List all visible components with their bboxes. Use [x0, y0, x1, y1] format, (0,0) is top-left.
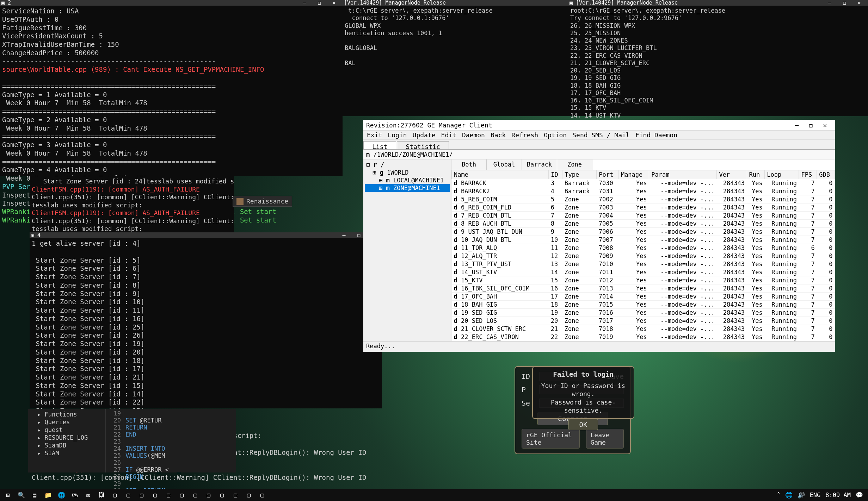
manager-tree[interactable]: ⊞ r /⊞ g 1WORLD⊞ m LOCAL@MACHINE1⊞ m ZON…	[363, 159, 451, 341]
tab-list[interactable]: List	[363, 141, 396, 149]
taskbar-app10-icon[interactable]: ▢	[229, 490, 242, 500]
official-site-button[interactable]: rGE Official Site	[522, 429, 580, 449]
tree-node--[interactable]: ⊞ r /	[365, 161, 450, 169]
col-port[interactable]: Port	[597, 170, 619, 179]
taskbar-app2-icon[interactable]: ▢	[122, 490, 135, 500]
maximize-button[interactable]: ◻	[837, 0, 851, 6]
taskbar-app11-icon[interactable]: ▢	[242, 490, 255, 500]
table-row[interactable]: d 12_ALQ_TTR12Zone7009Yes--mode=dev -...…	[452, 252, 835, 260]
explorer-item[interactable]: ▸ Functions	[31, 411, 103, 418]
leave-game-button[interactable]: Leave Game	[586, 429, 624, 449]
menu-send-sms-mail[interactable]: Send SMS / Mail	[572, 131, 630, 139]
taskbar-app8-icon[interactable]: ▢	[202, 490, 215, 500]
viewbtn-both[interactable]: Both	[451, 159, 487, 170]
ide-code[interactable]: SET @RETURRETURNEND INSERT INTOVALUES(@M…	[123, 409, 236, 472]
viewbtn-global[interactable]: Global	[487, 159, 522, 170]
col-gdb[interactable]: GDB	[817, 170, 835, 179]
error-ok-button[interactable]: OK	[568, 419, 598, 430]
menu-update[interactable]: Update	[413, 131, 436, 139]
tray-language[interactable]: ENG	[810, 491, 821, 499]
menu-back[interactable]: Back	[491, 131, 506, 139]
console2-body[interactable]: t:C:\rGE_server\, exepath:server_release…	[343, 6, 568, 68]
taskbar-app4-icon[interactable]: ▢	[149, 490, 161, 500]
col-loop[interactable]: Loop	[765, 170, 799, 179]
maximize-button[interactable]: ◻	[804, 120, 818, 131]
console4-titlebar[interactable]: ▣ 4 — ◻ ✕	[30, 232, 382, 238]
tray-clock[interactable]: 8:09 AM	[825, 491, 851, 499]
taskbar-start-icon[interactable]: ⊞	[1, 490, 14, 500]
windows-taskbar[interactable]: ⊞🔍▤📁🌐🛍✉🖼▢▢▢▢▢▢▢▢▢▢▢▢ ˄ 🌐 🔊 ENG 8:09 AM 💬	[0, 489, 868, 501]
tab-statistic[interactable]: Statistic	[397, 141, 449, 149]
menu-find-daemon[interactable]: Find Daemon	[635, 131, 677, 139]
console2-titlebar[interactable]: [Ver.140429] ManagerNode_Release	[343, 0, 568, 6]
col-param[interactable]: Param	[649, 170, 717, 179]
manager-grid[interactable]: NameIDTypePortManageParamVerRunLoopFPSGD…	[451, 170, 835, 341]
taskbar-store-icon[interactable]: 🛍	[68, 490, 81, 500]
table-row[interactable]: d 19_SED_GIG19Zone7016Yes--mode=dev -...…	[452, 309, 835, 317]
minimize-button[interactable]: —	[790, 120, 804, 131]
col-id[interactable]: ID	[549, 170, 562, 179]
tree-node-1world[interactable]: ⊞ g 1WORLD	[365, 169, 450, 176]
explorer-item[interactable]: ▸ guest	[31, 426, 103, 434]
table-row[interactable]: d 9_UST_JAQ_BTL_DUN9Zone7006Yes--mode=de…	[452, 228, 835, 236]
table-row[interactable]: d 22_ERC_CAS_VIRON22Zone7019Yes--mode=de…	[452, 333, 835, 341]
close-button[interactable]: ✕	[818, 120, 832, 131]
menu-refresh[interactable]: Refresh	[511, 131, 538, 139]
console1-titlebar[interactable]: ▣ 2 — ◻ ✕	[0, 0, 343, 6]
table-row[interactable]: d BARRACK24Barrack7031Yes--mode=dev -...…	[452, 187, 835, 195]
menu-exit[interactable]: Exit	[367, 131, 382, 139]
taskbar-app9-icon[interactable]: ▢	[216, 490, 228, 500]
table-row[interactable]: d 10_JAQ_DUN_BTL10Zone7007Yes--mode=dev …	[452, 236, 835, 244]
table-row[interactable]: d 8_REB_AUCH_BTL8Zone7005Yes--mode=dev -…	[452, 220, 835, 228]
menu-daemon[interactable]: Daemon	[462, 131, 485, 139]
manager-titlebar[interactable]: Revision:277602 GE Manager Client — ◻ ✕	[363, 120, 835, 131]
col-ver[interactable]: Ver	[717, 170, 747, 179]
ide-explorer[interactable]: ▸ Functions▸ Queries▸ guest▸ RESOURCE_LO…	[28, 409, 106, 472]
explorer-item[interactable]: ▸ SiamDB	[31, 441, 103, 449]
table-row[interactable]: d 20_SED_LOS20Zone7017Yes--mode=dev -...…	[452, 317, 835, 325]
col-name[interactable]: Name	[452, 170, 549, 179]
table-row[interactable]: d 5_REB_COIM5Zone7002Yes--mode=dev -...2…	[452, 195, 835, 203]
table-row[interactable]: d 15_KTV15Zone7012Yes--mode=dev -...2843…	[452, 276, 835, 284]
taskbar-explorer-icon[interactable]: 📁	[42, 490, 54, 500]
viewbtn-zone[interactable]: Zone	[557, 159, 592, 170]
table-row[interactable]: d 21_CLOVER_SCTW_ERC21Zone7018Yes--mode=…	[452, 325, 835, 333]
taskbar-app12-icon[interactable]: ▢	[256, 490, 269, 500]
explorer-item[interactable]: ▸ SIAM	[31, 449, 103, 457]
system-tray[interactable]: ˄ 🌐 🔊 ENG 8:09 AM 💬	[774, 491, 867, 499]
col-manage[interactable]: Manage	[618, 170, 649, 179]
taskbar-edge-icon[interactable]: 🌐	[55, 490, 68, 500]
tray-volume-icon[interactable]: 🔊	[798, 491, 805, 499]
table-row[interactable]: d 16_TBK_SIL_OFC_COIM16Zone7013Yes--mode…	[452, 284, 835, 293]
taskbar-app3-icon[interactable]: ▢	[135, 490, 148, 500]
explorer-item[interactable]: ▸ RESOURCE_LOG	[31, 434, 103, 441]
taskbar-app6-icon[interactable]: ▢	[176, 490, 188, 500]
table-row[interactable]: d 7_REB_COIM_BTL7Zone7004Yes--mode=dev -…	[452, 212, 835, 220]
ide-editor[interactable]: 1920212223242526272829303132 SET @RETURR…	[106, 409, 236, 472]
tree-node-zone-machine1[interactable]: ⊞ m ZONE@MACHINE1	[365, 184, 450, 192]
tray-network-icon[interactable]: 🌐	[785, 491, 793, 499]
taskbar-app7-icon[interactable]: ▢	[189, 490, 202, 500]
taskbar-app5-icon[interactable]: ▢	[162, 490, 175, 500]
table-row[interactable]: d 18_BAH_GIG18Zone7015Yes--mode=dev -...…	[452, 301, 835, 309]
table-row[interactable]: d BARRACK3Barrack7030Yes--mode=dev -...2…	[452, 179, 835, 187]
maximize-button[interactable]: ◻	[312, 0, 326, 6]
table-row[interactable]: d 13_TTR_PTV_UST13Zone7010Yes--mode=dev …	[452, 260, 835, 268]
taskbar-search-icon[interactable]: 🔍	[15, 490, 27, 500]
col-run[interactable]: Run	[747, 170, 765, 179]
menu-option[interactable]: Option	[544, 131, 567, 139]
tray-notifications-icon[interactable]: 💬	[856, 491, 863, 499]
tree-node-local-machine1[interactable]: ⊞ m LOCAL@MACHINE1	[365, 176, 450, 184]
col-fps[interactable]: FPS	[799, 170, 817, 179]
viewbtn-barrack[interactable]: Barrack	[522, 159, 557, 170]
explorer-item[interactable]: ▸ Queries	[31, 418, 103, 426]
menu-edit[interactable]: Edit	[441, 131, 456, 139]
minimize-button[interactable]: —	[297, 0, 312, 6]
taskbar-mail-icon[interactable]: ✉	[82, 490, 94, 500]
taskbar-taskview-icon[interactable]: ▤	[28, 490, 41, 500]
close-button[interactable]: ✕	[852, 0, 866, 6]
minimize-button[interactable]: —	[823, 0, 837, 6]
notification-toast[interactable]: Renaissance	[233, 196, 292, 207]
taskbar-app1-icon[interactable]: ▢	[109, 490, 121, 500]
console3-titlebar[interactable]: ▣ [Ver.140429] ManagerNode_Release — ◻ ✕	[568, 0, 868, 6]
